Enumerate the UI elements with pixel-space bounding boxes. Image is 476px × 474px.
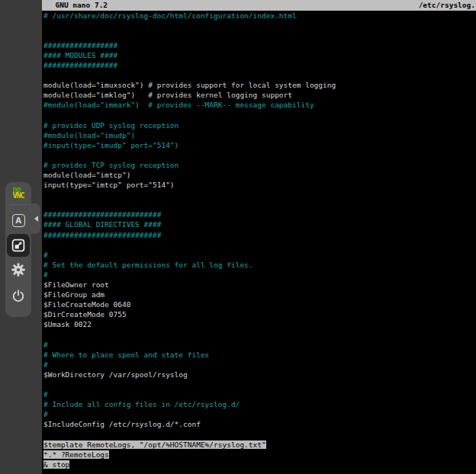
- terminal-line: #### GLOBAL DIRECTIVES ####: [43, 219, 476, 229]
- terminal-line: [43, 21, 476, 30]
- terminal-line: # Include all config files in /etc/rsysl…: [43, 399, 476, 409]
- gear-icon: [11, 262, 26, 277]
- terminal-line: [43, 380, 476, 389]
- settings-button[interactable]: [8, 260, 28, 280]
- terminal-line: $IncludeConfig /etc/rsyslog.d/*.conf: [43, 419, 476, 429]
- terminal-line: [43, 30, 476, 40]
- terminal-line: *.* ?RemoteLogs: [43, 450, 476, 460]
- terminal-line: #################: [43, 60, 476, 70]
- terminal-line: # provides TCP syslog reception: [43, 160, 476, 170]
- terminal-line: $DirCreateMode 0755: [43, 309, 476, 319]
- terminal-line: ###########################: [43, 230, 476, 240]
- terminal-line: [43, 240, 476, 250]
- terminal-line: [43, 190, 476, 200]
- terminal-line: module(load="imklog") # provides kernel …: [43, 90, 476, 100]
- terminal-line: ###########################: [43, 210, 476, 219]
- terminal-line: $Umask 0022: [43, 319, 476, 329]
- power-icon: [11, 288, 26, 303]
- control-bar-handle[interactable]: [30, 203, 40, 234]
- terminal-content[interactable]: # /usr/share/doc/rsyslog-doc/html/config…: [42, 11, 476, 469]
- terminal-line: [43, 200, 476, 210]
- terminal-line: #input(type="imudp" port="514"): [43, 140, 476, 150]
- terminal-line: # Set the default permissions for all lo…: [43, 260, 476, 270]
- terminal-line: [43, 110, 476, 120]
- nano-titlebar: GNU nano 7.2 /etc/rsyslog.: [42, 0, 476, 11]
- novnc-logo: no VNC: [12, 187, 24, 199]
- terminal-line: input(type="imtcp" port="514"): [43, 180, 476, 190]
- terminal-line: [43, 330, 476, 340]
- terminal-line: # /usr/share/doc/rsyslog-doc/html/config…: [43, 11, 476, 21]
- fullscreen-button[interactable]: [7, 234, 30, 257]
- nano-version: GNU nano 7.2: [47, 0, 108, 10]
- terminal-line: module(load="imtcp"): [43, 170, 476, 180]
- keyboard-button[interactable]: A: [8, 210, 28, 230]
- terminal-line: #: [43, 340, 476, 350]
- terminal-line: #: [43, 360, 476, 370]
- terminal-line: # Where to place spool and state files: [43, 350, 476, 360]
- terminal-line: #### MODULES ####: [43, 50, 476, 60]
- fullscreen-icon: [11, 238, 26, 253]
- terminal-line: #################: [43, 40, 476, 50]
- novnc-logo-vnc: VNC: [12, 193, 24, 199]
- terminal-line: #module(load="imudp"): [43, 130, 476, 140]
- terminal-line: #: [43, 389, 476, 399]
- terminal-line: #module(load="immark") # provides --MARK…: [43, 100, 476, 110]
- terminal-line: $FileGroup adm: [43, 290, 476, 299]
- terminal-line: $WorkDirectory /var/spool/rsyslog: [43, 370, 476, 380]
- power-button[interactable]: [8, 286, 28, 306]
- nano-filename: /etc/rsyslog.: [419, 0, 476, 10]
- collapse-arrow-icon: [34, 216, 38, 222]
- terminal-line: #: [43, 409, 476, 419]
- vnc-control-bar: no VNC A: [5, 182, 31, 317]
- terminal-line: $FileOwner root: [43, 280, 476, 290]
- terminal-line: # provides UDP syslog reception: [43, 120, 476, 130]
- terminal-line: [43, 429, 476, 439]
- terminal-line: [43, 150, 476, 160]
- terminal-line: module(load="imuxsock") # provides suppo…: [43, 80, 476, 90]
- terminal-line: $FileCreateMode 0640: [43, 299, 476, 309]
- terminal-line: $template RemoteLogs, "/opt/%HOSTNAME%/r…: [43, 440, 476, 450]
- keyboard-icon: A: [12, 214, 25, 227]
- terminal-line: #: [43, 270, 476, 280]
- terminal-line: & stop: [43, 460, 476, 469]
- terminal-line: #: [43, 250, 476, 260]
- terminal[interactable]: GNU nano 7.2 /etc/rsyslog. # /usr/share/…: [42, 0, 476, 474]
- control-bar-divider: [9, 204, 27, 205]
- terminal-line: [43, 70, 476, 80]
